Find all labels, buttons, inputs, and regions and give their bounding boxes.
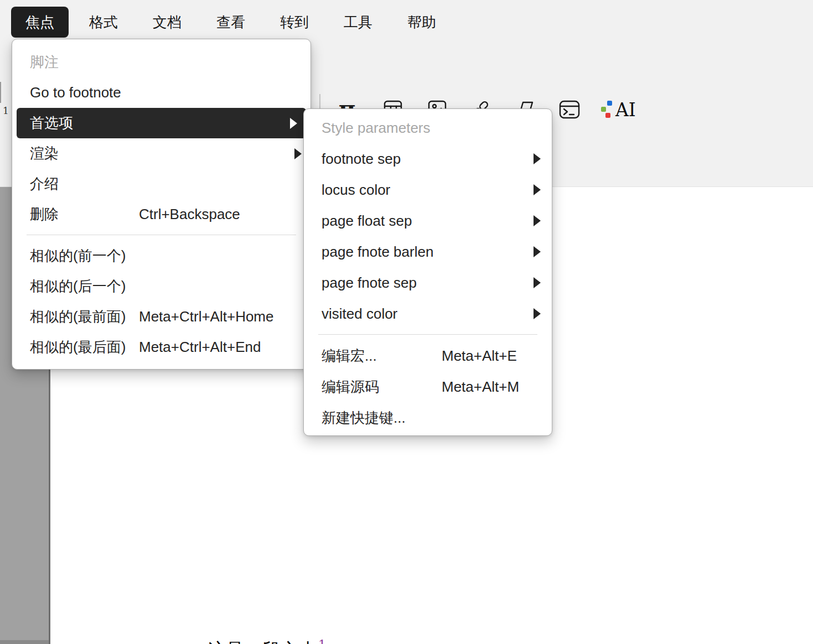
menubar-item[interactable]: 帮助 [393, 7, 450, 38]
submenu-arrow-icon [534, 184, 541, 195]
menu-item-label: 相似的(最前面) [30, 307, 126, 326]
footnote-reference[interactable]: 1 [318, 638, 326, 644]
style-submenu: Style parameters footnote sep locus colo… [303, 108, 552, 436]
menubar-item-label: 帮助 [407, 13, 436, 32]
menu-item-label: 介绍 [30, 174, 59, 194]
menu-item-label: 首选项 [30, 113, 73, 133]
menu-item-shortcut: Meta+Ctrl+Alt+Home [139, 308, 273, 325]
menu-item-label: page fnote sep [322, 274, 417, 292]
menu-item[interactable]: 编辑源码 Meta+Alt+M [304, 371, 552, 402]
menu-item-label: 编辑宏... [322, 346, 377, 366]
menu-item-label: page fnote barlen [322, 243, 433, 261]
menubar-item-label: 转到 [280, 13, 309, 32]
menu-item[interactable]: page fnote barlen [304, 236, 552, 267]
app-window: 这是一段文本1 1.这是一段脚注 焦点格式文档查看转到工具帮助 1 π [0, 0, 813, 644]
menu-item[interactable]: 删除 Ctrl+Backspace [12, 199, 310, 230]
menu-item[interactable]: 编辑宏... Meta+Alt+E [304, 340, 552, 371]
menubar-item[interactable]: 查看 [202, 7, 260, 38]
submenu-arrow-icon [534, 153, 541, 164]
menu-item-label: 相似的(后一个) [30, 277, 126, 296]
menu-section-header: Style parameters [304, 112, 552, 143]
menu-item[interactable]: 渲染 [12, 138, 310, 169]
menubar-item-label: 查看 [216, 13, 245, 32]
document-paragraph: 这是一段文本1 [208, 638, 326, 644]
ai-squares-glyph [600, 100, 613, 120]
menu-item-shortcut: Meta+Alt+E [442, 347, 517, 365]
menubar-item-label: 工具 [344, 13, 372, 32]
menu-item-label: locus color [322, 181, 390, 199]
menu-separator [304, 329, 552, 340]
page-margin-strip-edge [0, 640, 49, 644]
menu-item-shortcut: Ctrl+Backspace [139, 206, 240, 223]
menu-item-label: 相似的(前一个) [30, 246, 126, 266]
menu-item[interactable]: 首选项 [17, 108, 306, 138]
menu-item-label: 相似的(最后面) [30, 337, 126, 357]
menubar-item-label: 焦点 [25, 13, 54, 32]
menu-item-label: 脚注 [30, 53, 59, 72]
menu-bar: 焦点格式文档查看转到工具帮助 [11, 7, 450, 38]
menubar-item-label: 格式 [89, 13, 118, 32]
menu-item-shortcut: Meta+Alt+M [442, 378, 519, 396]
submenu-arrow-icon [534, 277, 541, 288]
menu-item-label: page float sep [322, 212, 412, 230]
context-menu: 脚注 Go to footnote 首选项 渲染 介绍 删除 Ctrl+Back… [12, 39, 311, 370]
menu-item[interactable]: page float sep [304, 205, 552, 236]
menu-separator [12, 230, 310, 241]
ai-label: AI [615, 99, 636, 121]
menu-item[interactable]: 相似的(最后面) Meta+Ctrl+Alt+End [12, 332, 310, 362]
menubar-item[interactable]: 转到 [266, 7, 323, 38]
menu-item[interactable]: 相似的(最前面) Meta+Ctrl+Alt+Home [12, 302, 310, 332]
menubar-item[interactable]: 文档 [138, 7, 196, 38]
edge-fragment-number: 1 [3, 105, 9, 116]
menu-item-label: 渲染 [30, 144, 59, 163]
menu-section-header: 脚注 [12, 47, 310, 77]
style-submenu-list: Style parameters footnote sep locus colo… [304, 112, 552, 433]
ai-assistant-icon[interactable]: AI [600, 100, 636, 120]
menu-item[interactable]: 相似的(前一个) [12, 241, 310, 271]
context-menu-list: 脚注 Go to footnote 首选项 渲染 介绍 删除 Ctrl+Back… [12, 47, 310, 362]
menu-item[interactable]: page fnote sep [304, 267, 552, 298]
menu-item[interactable]: footnote sep [304, 143, 552, 174]
paragraph-text: 这是一段文本 [208, 639, 317, 644]
menu-item-label: footnote sep [322, 150, 401, 168]
submenu-arrow-icon [290, 118, 297, 129]
menu-item-label: 新建快捷键... [322, 408, 406, 428]
submenu-arrow-icon [534, 215, 541, 226]
menu-item-label: 删除 [30, 205, 59, 224]
menubar-item[interactable]: 工具 [329, 7, 387, 38]
terminal-icon[interactable] [559, 100, 580, 120]
submenu-arrow-icon [534, 246, 541, 257]
menu-item[interactable]: 相似的(后一个) [12, 271, 310, 302]
submenu-arrow-icon [534, 308, 541, 319]
menu-item[interactable]: 介绍 [12, 169, 310, 199]
menu-item-label: 编辑源码 [322, 377, 379, 397]
menu-item-shortcut: Meta+Ctrl+Alt+End [139, 339, 261, 356]
menu-item-label: visited color [322, 305, 397, 323]
menu-item[interactable]: Go to footnote [12, 77, 310, 108]
menu-item-label: Style parameters [322, 120, 431, 137]
edge-fragment-line [0, 82, 1, 103]
menu-item[interactable]: visited color [304, 298, 552, 329]
menu-item[interactable]: 新建快捷键... [304, 402, 552, 433]
menu-item[interactable]: locus color [304, 174, 552, 205]
menubar-item[interactable]: 格式 [75, 7, 132, 38]
menubar-item[interactable]: 焦点 [11, 7, 69, 38]
menubar-item-label: 文档 [153, 13, 182, 32]
submenu-arrow-icon [294, 148, 302, 159]
menu-item-label: Go to footnote [30, 84, 121, 101]
